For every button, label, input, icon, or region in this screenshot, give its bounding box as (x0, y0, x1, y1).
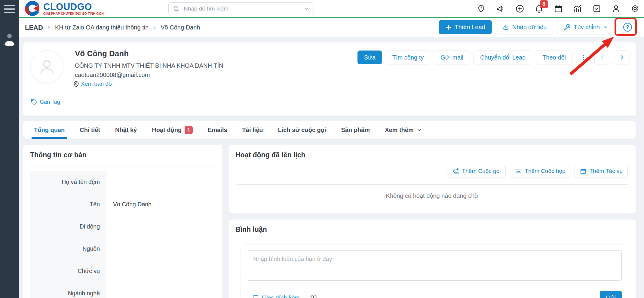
analytics-icon[interactable] (573, 4, 582, 13)
divider (30, 167, 216, 167)
lead-email: caotuan200008@gmail.com (75, 72, 150, 78)
find-company-button[interactable]: Tìm công ty (386, 51, 430, 64)
help-button[interactable]: ? (619, 20, 636, 34)
comments-title: Bình luận (235, 226, 267, 234)
attach-files-button[interactable]: Files đính kèm (247, 291, 305, 298)
kebab-dots-icon (580, 54, 587, 61)
task-calendar-icon (580, 168, 587, 175)
tab-tong-quan[interactable]: Tổng quan (34, 121, 65, 139)
menu-icon[interactable] (4, 4, 15, 14)
previous-record-button[interactable] (594, 51, 610, 64)
detail-tabs: Tổng quan Chi tiết Nhật ký Hoạt động 1 E… (23, 121, 636, 139)
comment-form: Files đính kèm Gửi (241, 244, 628, 298)
send-mail-button[interactable]: Gửi mail (434, 51, 470, 64)
phone-plus-icon (452, 168, 459, 175)
checkin-location-icon[interactable]: ? (477, 4, 486, 13)
top-header: CLOUDGO GIẢI PHÁP CHUYỂN ĐỔI SỐ TINH GỌN… (19, 0, 644, 18)
lead-detail-page: CLOUDGO GIẢI PHÁP CHUYỂN ĐỔI SỐ TINH GỌN… (0, 0, 644, 298)
notifications-bell-icon[interactable]: 8 (534, 4, 544, 13)
divider (237, 184, 628, 185)
tasks-check-icon[interactable] (592, 4, 601, 13)
import-data-button[interactable]: Nhập dữ liệu (496, 20, 554, 34)
info-icon[interactable] (310, 294, 317, 298)
user-profile-icon[interactable] (611, 4, 621, 13)
map-pin-icon (73, 81, 79, 87)
cloudgo-logo[interactable]: CLOUDGO GIẢI PHÁP CHUYỂN ĐỔI SỐ TINH GỌN (24, 1, 104, 17)
send-comment-button[interactable]: Gửi (600, 291, 622, 298)
basic-info-title: Thông tin cơ bản (30, 151, 87, 159)
activity-buttons: Thêm Cuộc gọi Thêm Cuộc họp Thêm Tác vụ (447, 165, 628, 177)
tab-emails[interactable]: Emails (208, 121, 227, 139)
search-scope-chevron-icon[interactable] (303, 6, 309, 12)
tab-san-pham[interactable]: Sản phẩm (341, 121, 370, 139)
chevron-right-icon (152, 26, 157, 30)
comments-panel: Bình luận Files đính kèm Gửi (228, 220, 636, 298)
avatar-placeholder-icon (37, 57, 57, 76)
tab-tai-lieu[interactable]: Tài liệu (242, 121, 263, 139)
field-row-di-dong: Di động (30, 215, 215, 238)
announcement-icon[interactable] (496, 4, 505, 13)
convert-lead-button[interactable]: Chuyển đổi Lead (474, 51, 532, 64)
field-row-ho-va-ten-dem: Họ và tên đệm (30, 171, 215, 193)
lead-avatar (30, 50, 63, 83)
activity-count-badge: 1 (185, 126, 193, 134)
activities-empty-text: Không có hoạt động nào đang chờ (228, 192, 636, 199)
add-call-button[interactable]: Thêm Cuộc gọi (447, 165, 506, 177)
chevron-right-icon (47, 26, 51, 30)
basic-info-fields: Họ và tên đệm Tên Võ Công Danh Di động N… (30, 171, 215, 298)
breadcrumb: LEAD KH từ Zalo OA đang thiếu thông tin … (25, 18, 200, 37)
chevron-down-icon (417, 127, 422, 133)
tab-chi-tiet[interactable]: Chi tiết (80, 121, 100, 139)
lead-action-buttons: Sửa Tìm công ty Gửi mail Chuyển đổi Lead… (357, 51, 630, 64)
search-icon (173, 5, 180, 12)
attachment-icon (252, 294, 259, 298)
sidebar-user-icon[interactable] (3, 32, 16, 46)
add-meeting-button[interactable]: Thêm Cuộc họp (510, 165, 570, 177)
logo-tagline: GIẢI PHÁP CHUYỂN ĐỔI SỐ TINH GỌN (43, 12, 104, 15)
field-row-nguon: Nguồn (30, 238, 215, 260)
search-input[interactable] (183, 5, 300, 12)
calendar-icon[interactable] (554, 4, 563, 13)
follow-button[interactable]: Theo dõi (536, 51, 572, 64)
chevron-down-icon (603, 25, 608, 30)
question-icon: ? (623, 23, 632, 32)
lead-company: CÔNG TY TNHH MTV THIẾT BỊ NHA KHOA DANH … (75, 62, 223, 69)
lead-toolbar: Thêm Lead Nhập dữ liệu Tùy chỉnh ? (439, 20, 636, 34)
breadcrumb-row: LEAD KH từ Zalo OA đang thiếu thông tin … (19, 18, 644, 37)
tab-hoat-dong[interactable]: Hoạt động 1 (152, 121, 193, 139)
cloudgo-logo-icon (24, 1, 41, 17)
comment-input[interactable] (247, 250, 622, 281)
add-lead-button[interactable]: Thêm Lead (439, 20, 492, 34)
breadcrumb-list[interactable]: KH từ Zalo OA đang thiếu thông tin (55, 24, 149, 31)
edit-button[interactable]: Sửa (357, 51, 382, 64)
download-icon (502, 24, 509, 31)
quick-add-icon[interactable] (515, 4, 524, 13)
assign-tag-link[interactable]: Gán Tag (31, 99, 60, 105)
breadcrumb-module[interactable]: LEAD (25, 24, 43, 32)
add-task-button[interactable]: Thêm Tác vụ (575, 165, 628, 177)
tag-icon (31, 99, 37, 105)
logo-text: CLOUDGO GIẢI PHÁP CHUYỂN ĐỔI SỐ TINH GỌN (43, 2, 104, 15)
lead-summary-card: Võ Công Danh CÔNG TY TNHH MTV THIẾT BỊ N… (23, 42, 636, 116)
more-options-button[interactable] (576, 51, 591, 64)
basic-info-panel: Thông tin cơ bản Họ và tên đệm Tên Võ Cô… (23, 145, 222, 298)
tab-xem-them[interactable]: Xem thêm (385, 121, 422, 139)
tab-lich-su-cuoc-goi[interactable]: Lịch sử cuộc gọi (278, 121, 326, 139)
tab-nhat-ky[interactable]: Nhật ký (115, 121, 137, 139)
field-row-ten: Tên Võ Công Danh (30, 193, 215, 215)
next-record-button[interactable] (614, 51, 630, 64)
lead-name: Võ Công Danh (75, 49, 129, 58)
comment-actions-row: Files đính kèm Gửi (247, 291, 622, 298)
svg-text:?: ? (480, 6, 482, 10)
global-search (168, 2, 314, 15)
customize-button[interactable]: Tùy chỉnh (557, 20, 615, 34)
notification-badge: 8 (540, 0, 548, 8)
chevron-left-icon (600, 54, 606, 60)
plus-icon (445, 24, 452, 31)
settings-gear-icon[interactable] (630, 4, 640, 13)
chevron-right-icon (619, 54, 625, 60)
view-map-link[interactable]: Xem bản đồ (73, 81, 112, 87)
divider (237, 240, 628, 240)
activities-title: Hoạt động đã lên lịch (235, 151, 305, 159)
field-row-nganh-nghe: Ngành nghề (30, 282, 215, 298)
